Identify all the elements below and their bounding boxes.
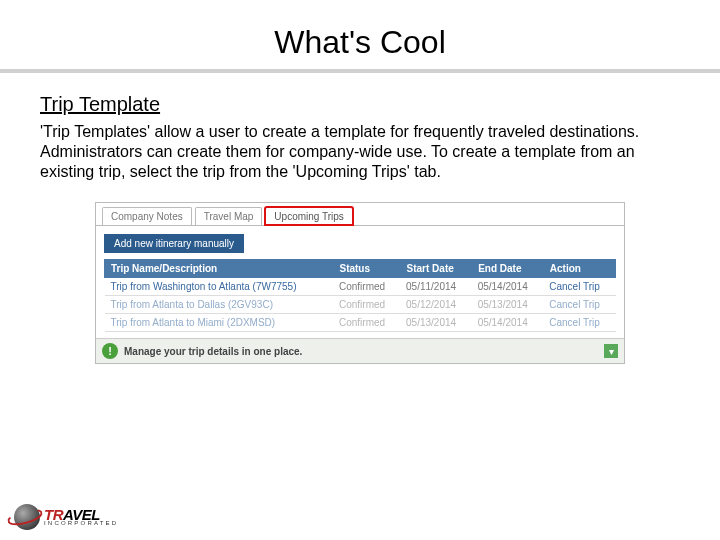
trip-status: Confirmed xyxy=(333,296,400,314)
section-heading: Trip Template xyxy=(40,93,680,116)
trip-name-link[interactable]: Trip from Washington to Atlanta (7W7755) xyxy=(105,278,333,296)
tab-bar: Company Notes Travel Map Upcoming Trips xyxy=(96,203,624,226)
trip-name-link[interactable]: Trip from Atlanta to Dallas (2GV93C) xyxy=(105,296,333,314)
trip-status: Confirmed xyxy=(333,314,400,332)
trip-status: Confirmed xyxy=(333,278,400,296)
embedded-screenshot: Company Notes Travel Map Upcoming Trips … xyxy=(95,202,625,364)
tab-upcoming-trips[interactable]: Upcoming Trips xyxy=(265,207,352,225)
footer-text: Manage your trip details in one place. xyxy=(124,346,598,357)
table-row[interactable]: Trip from Atlanta to Dallas (2GV93C) Con… xyxy=(105,296,616,314)
table-row[interactable]: Trip from Atlanta to Miami (2DXMSD) Conf… xyxy=(105,314,616,332)
col-action: Action xyxy=(543,260,615,278)
cancel-trip-link[interactable]: Cancel Trip xyxy=(543,296,615,314)
cancel-trip-link[interactable]: Cancel Trip xyxy=(543,314,615,332)
add-itinerary-button[interactable]: Add new itinerary manually xyxy=(104,234,244,253)
brand-logo: TRAVEL INCORPORATED xyxy=(14,504,118,530)
trip-end: 05/14/2014 xyxy=(472,314,544,332)
info-icon: ! xyxy=(102,343,118,359)
body-text: 'Trip Templates' allow a user to create … xyxy=(40,122,680,182)
expand-arrow-icon[interactable]: ▾ xyxy=(604,344,618,358)
panel: Add new itinerary manually Trip Name/Des… xyxy=(96,226,624,338)
globe-icon xyxy=(14,504,40,530)
trip-start: 05/13/2014 xyxy=(400,314,472,332)
slide-title: What's Cool xyxy=(0,0,720,69)
col-name: Trip Name/Description xyxy=(105,260,333,278)
col-start: Start Date xyxy=(400,260,472,278)
content-area: Trip Template 'Trip Templates' allow a u… xyxy=(0,73,720,364)
logo-text: TRAVEL INCORPORATED xyxy=(44,508,118,527)
table-row[interactable]: Trip from Washington to Atlanta (7W7755)… xyxy=(105,278,616,296)
footer-bar: ! Manage your trip details in one place.… xyxy=(96,338,624,363)
cancel-trip-link[interactable]: Cancel Trip xyxy=(543,278,615,296)
table-header-row: Trip Name/Description Status Start Date … xyxy=(105,260,616,278)
col-end: End Date xyxy=(472,260,544,278)
tab-travel-map[interactable]: Travel Map xyxy=(195,207,263,225)
col-status: Status xyxy=(333,260,400,278)
trip-end: 05/14/2014 xyxy=(472,278,544,296)
trip-end: 05/13/2014 xyxy=(472,296,544,314)
tab-company-notes[interactable]: Company Notes xyxy=(102,207,192,225)
trip-start: 05/11/2014 xyxy=(400,278,472,296)
trip-name-link[interactable]: Trip from Atlanta to Miami (2DXMSD) xyxy=(105,314,333,332)
trips-table: Trip Name/Description Status Start Date … xyxy=(104,259,616,332)
trip-start: 05/12/2014 xyxy=(400,296,472,314)
logo-sub: INCORPORATED xyxy=(44,521,118,526)
orbit-ring-icon xyxy=(6,506,44,529)
